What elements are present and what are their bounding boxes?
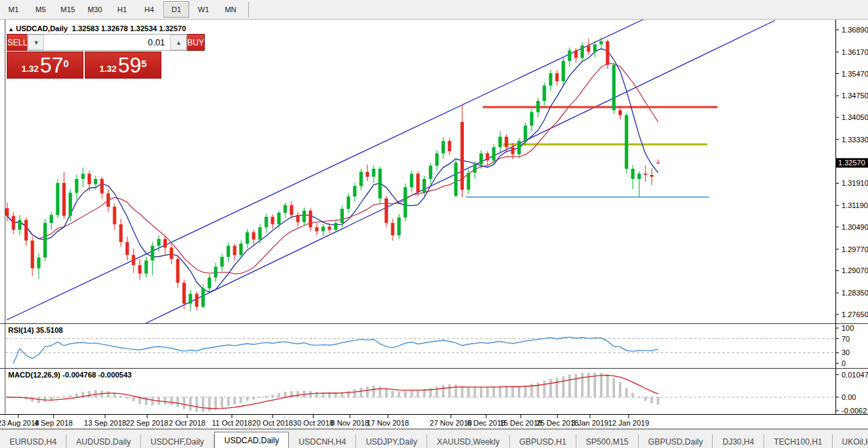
date-axis-label[interactable]: 22 Sep 2018 [126, 419, 168, 427]
timeframe-button-mn[interactable]: MN [218, 1, 243, 18]
macd-histogram-bar [69, 396, 71, 397]
macd-histogram-bar [613, 378, 615, 397]
date-axis-label[interactable]: 4 Sep 2018 [35, 419, 73, 427]
candlestick [448, 141, 451, 151]
candlestick [378, 169, 382, 199]
macd-histogram-bar [240, 397, 242, 403]
chart-tab-usdjpy[interactable]: USDJPY,Daily [356, 434, 427, 448]
date-axis-label[interactable]: 8 Nov 2018 [331, 419, 369, 427]
chart-tab-audusd[interactable]: AUDUSD,Daily [66, 434, 141, 448]
ask-price-panel[interactable]: 1.32 59 5 [85, 52, 161, 79]
chart-tab-dj30[interactable]: DJ30,H4 [713, 434, 764, 448]
candlestick [125, 242, 129, 255]
bid-price-prefix: 1.32 [22, 62, 39, 76]
price-axis-label: 1.29770 [842, 245, 868, 253]
macd-histogram-bar [467, 387, 469, 397]
rsi-axis-label: 30 [842, 348, 850, 357]
chart-tab-eurusd[interactable]: EURUSD,H4 [0, 434, 66, 448]
candlestick [226, 246, 230, 257]
candlestick [656, 163, 660, 163]
macd-histogram-bar [252, 397, 254, 399]
candlestick [163, 239, 167, 248]
candlestick [587, 45, 590, 52]
candlestick [258, 227, 262, 239]
macd-histogram-bar [183, 397, 185, 409]
date-axis-label[interactable]: 17 Nov 2018 [367, 419, 409, 427]
candlestick [492, 147, 496, 161]
candlestick [328, 226, 331, 230]
macd-histogram-bar [651, 397, 653, 403]
macd-histogram-bar [120, 396, 122, 397]
candlestick [460, 122, 464, 190]
buy-button[interactable]: BUY [187, 34, 205, 51]
timeframe-button-m1[interactable]: M1 [1, 1, 26, 18]
volume-increase-button[interactable]: ▲ [170, 35, 186, 50]
macd-histogram-bar [94, 390, 96, 397]
candlestick [441, 141, 445, 153]
rsi-axis-label: 0 [842, 359, 846, 367]
ask-price-prefix: 1.32 [100, 62, 117, 76]
macd-histogram-bar [196, 397, 198, 411]
bid-price-panel[interactable]: 1.32 57 0 [7, 52, 83, 79]
timeframe-button-m5[interactable]: M5 [28, 1, 54, 18]
candlestick [138, 265, 142, 273]
timeframe-button-h1[interactable]: H1 [109, 1, 135, 18]
collapse-window-icon[interactable]: ▴ [9, 26, 13, 33]
date-axis-label[interactable]: 13 Sep 2018 [84, 419, 126, 427]
macd-indicator-label: MACD(12,26,9) -0.004768 -0.000543 [8, 371, 132, 379]
macd-histogram-bar [170, 397, 172, 405]
candlestick [429, 165, 432, 179]
price-axis-label: 1.27650 [842, 310, 868, 319]
macd-histogram-bar [234, 397, 236, 405]
candlestick [366, 172, 369, 177]
date-axis-label[interactable]: 11 Oct 2018 [212, 419, 252, 427]
price-axis-label: 1.31190 [842, 201, 868, 209]
candlestick [87, 174, 91, 184]
timeframe-button-h4[interactable]: H4 [136, 1, 162, 18]
date-axis-label[interactable]: 27 Nov 2018 [430, 419, 472, 427]
candlestick [132, 255, 135, 265]
candlestick [340, 209, 344, 223]
date-axis-label[interactable]: 2 Oct 2018 [169, 419, 205, 427]
price-axis-label: 1.36890 [842, 26, 868, 34]
date-axis-label[interactable]: 30 Oct 2018 [293, 419, 334, 427]
chart-tab-usdcad[interactable]: USDCAD,Daily [214, 432, 290, 448]
chart-tab-sp500[interactable]: SP500,M15 [576, 434, 639, 448]
date-axis-label[interactable]: 3 Jan 2019 [572, 419, 608, 427]
volume-decrease-button[interactable]: ▼ [28, 35, 44, 50]
macd-histogram-bar [215, 397, 217, 409]
date-axis-label[interactable]: 12 Jan 2019 [608, 419, 650, 427]
candlestick [561, 61, 565, 81]
chart-tab-usdcnh[interactable]: USDCNH,H4 [289, 434, 356, 448]
volume-stepper: ▼ ▲ [27, 34, 187, 51]
candlestick [170, 247, 173, 259]
macd-histogram-bar [392, 391, 394, 397]
chart-tab-ukoil[interactable]: UKOil,H1 [833, 434, 868, 448]
chart-tab-xauusd[interactable]: XAUUSD,Weekly [427, 434, 509, 448]
candlestick [625, 115, 628, 169]
chart-tab-usdchf[interactable]: USDCHF,Daily [141, 434, 214, 448]
macd-histogram-bar [398, 392, 400, 397]
chart-tab-tech100[interactable]: TECH100,H1 [764, 434, 832, 448]
date-axis-label[interactable]: 20 Oct 2018 [252, 419, 293, 427]
candlestick [106, 193, 110, 207]
timeframe-button-w1[interactable]: W1 [191, 1, 216, 18]
date-axis-label[interactable]: 23 Aug 2018 [0, 419, 39, 427]
macd-histogram-bar [177, 397, 179, 407]
macd-histogram-bar [486, 387, 488, 397]
volume-input[interactable] [44, 35, 170, 50]
candlestick [637, 174, 641, 179]
candlestick [75, 179, 79, 192]
macd-histogram-bar [265, 396, 267, 397]
candlestick [530, 112, 534, 125]
timeframe-button-m30[interactable]: M30 [82, 1, 108, 18]
sell-button[interactable]: SELL [7, 34, 27, 51]
timeframe-button-d1[interactable]: D1 [163, 1, 189, 18]
candlestick [542, 85, 546, 101]
macd-histogram-bar [284, 392, 286, 397]
chart-tab-gbpusd[interactable]: GBPUSD,H1 [510, 434, 576, 448]
timeframe-button-m15[interactable]: M15 [55, 1, 81, 18]
macd-histogram-bar [600, 373, 602, 397]
chart-tab-gbpusd[interactable]: GBPUSD,Daily [639, 434, 713, 448]
macd-histogram-bar [442, 385, 444, 397]
